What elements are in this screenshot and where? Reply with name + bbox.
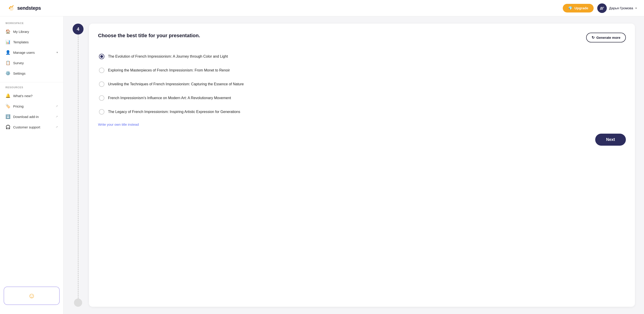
generate-more-button[interactable]: ↻ Generate more [586, 33, 626, 42]
option-item-3[interactable]: Unveiling the Techniques of French Impre… [98, 77, 626, 91]
sidebar-item-download-add-in[interactable]: ⬇️ Download add-in ↗ [0, 112, 63, 122]
sidebar-item-label: Pricing [13, 104, 52, 108]
resources-label: RESOURCES [0, 86, 63, 89]
upgrade-label: Upgrade [574, 6, 588, 10]
external-link-icon: ↗ [56, 104, 58, 108]
home-icon: 🏠 [6, 29, 10, 34]
sidebar-item-label: Download add-in [13, 115, 52, 119]
pricing-icon: 🏷️ [6, 104, 10, 109]
survey-icon: 📋 [6, 60, 10, 65]
card-header: Choose the best title for your presentat… [98, 33, 626, 42]
options-list: The Evolution of French Impressionism: A… [98, 50, 626, 119]
sidebar-item-label: Settings [13, 72, 58, 75]
sidebar-item-label: Templates [13, 40, 58, 44]
download-icon: ⬇️ [6, 114, 10, 119]
sidebar-item-my-library[interactable]: 🏠 My Library [0, 26, 63, 37]
sidebar-item-settings[interactable]: ⚙️ Settings [0, 68, 63, 78]
logo-text: sendsteps [17, 5, 41, 11]
upgrade-button[interactable]: 💎 Upgrade [563, 4, 594, 12]
header: sendsteps 💎 Upgrade ДГ Дарья Громова ▾ [0, 0, 644, 16]
radio-button-5[interactable] [99, 109, 104, 114]
sidebar-item-templates[interactable]: 📊 Templates [0, 37, 63, 47]
settings-icon: ⚙️ [6, 71, 10, 76]
sidebar-item-label: My Library [13, 30, 58, 34]
bell-icon: 🔔 [6, 93, 10, 98]
layout: WORKSPACE 🏠 My Library 📊 Templates 👤 Man… [0, 16, 644, 314]
header-right: 💎 Upgrade ДГ Дарья Громова ▾ [563, 4, 637, 13]
svg-point-1 [9, 8, 10, 9]
expand-icon: ▾ [56, 51, 58, 54]
step-circle-bottom [74, 298, 82, 307]
sidebar-item-label: What's new? [13, 94, 58, 98]
chevron-down-icon: ▾ [636, 6, 637, 10]
templates-icon: 📊 [6, 40, 10, 44]
generate-more-label: Generate more [596, 36, 620, 40]
step-tracker: 4 [72, 24, 84, 307]
content-area: 4 Choose the best title for your present… [72, 24, 635, 307]
step-circle: 4 [72, 24, 84, 34]
option-text-5: The Legacy of French Impressionism: Insp… [108, 109, 240, 114]
write-own-title-link[interactable]: Write your own title instead [98, 122, 626, 126]
sidebar-item-label: Survey [13, 61, 58, 65]
support-icon: 🎧 [6, 124, 10, 130]
sidebar-item-customer-support[interactable]: 🎧 Customer support ↗ [0, 122, 63, 132]
option-text-4: French Impressionism's Influence on Mode… [108, 96, 231, 100]
option-text-3: Unveiling the Techniques of French Impre… [108, 82, 244, 87]
radio-button-1[interactable] [99, 54, 104, 59]
sidebar-item-label: Customer support [13, 125, 52, 129]
next-button[interactable]: Next [595, 134, 626, 146]
external-link-icon: ↗ [56, 126, 58, 129]
option-item-2[interactable]: Exploring the Masterpieces of French Imp… [98, 64, 626, 77]
main-content: 4 Choose the best title for your present… [64, 16, 644, 314]
user-menu[interactable]: ДГ Дарья Громова ▾ [597, 4, 637, 13]
sidebar-item-manage-users[interactable]: 👤 Manage users ▾ [0, 47, 63, 58]
option-item-5[interactable]: The Legacy of French Impressionism: Insp… [98, 105, 626, 119]
sidebar-item-pricing[interactable]: 🏷️ Pricing ↗ [0, 101, 63, 112]
option-item-4[interactable]: French Impressionism's Influence on Mode… [98, 91, 626, 105]
upgrade-icon: 💎 [568, 6, 572, 10]
external-link-icon: ↗ [56, 115, 58, 118]
sidebar-item-label: Manage users [13, 50, 54, 54]
sidebar: WORKSPACE 🏠 My Library 📊 Templates 👤 Man… [0, 16, 64, 314]
logo[interactable]: sendsteps [7, 4, 41, 12]
manage-users-icon: 👤 [6, 50, 10, 55]
card-title: Choose the best title for your presentat… [98, 33, 200, 38]
title-selection-card: Choose the best title for your presentat… [89, 24, 635, 307]
step-line [78, 34, 78, 298]
logo-icon [7, 4, 16, 12]
sidebar-promo: ☺ [4, 286, 60, 305]
radio-button-4[interactable] [99, 95, 104, 101]
refresh-icon: ↻ [592, 36, 594, 40]
sidebar-item-whats-new[interactable]: 🔔 What's new? [0, 90, 63, 101]
option-text-1: The Evolution of French Impressionism: A… [108, 54, 228, 59]
option-text-2: Exploring the Masterpieces of French Imp… [108, 68, 230, 73]
radio-button-2[interactable] [99, 68, 104, 73]
sidebar-bottom: ☺ [0, 283, 63, 308]
promo-icon: ☺ [28, 292, 36, 300]
sidebar-item-survey[interactable]: 📋 Survey [0, 58, 63, 68]
user-name: Дарья Громова [609, 6, 633, 10]
workspace-label: WORKSPACE [0, 22, 63, 24]
radio-button-3[interactable] [99, 82, 104, 87]
radio-inner-1 [100, 55, 103, 58]
avatar: ДГ [597, 4, 607, 13]
option-item-1[interactable]: The Evolution of French Impressionism: A… [98, 50, 626, 64]
card-footer: Next [98, 134, 626, 146]
